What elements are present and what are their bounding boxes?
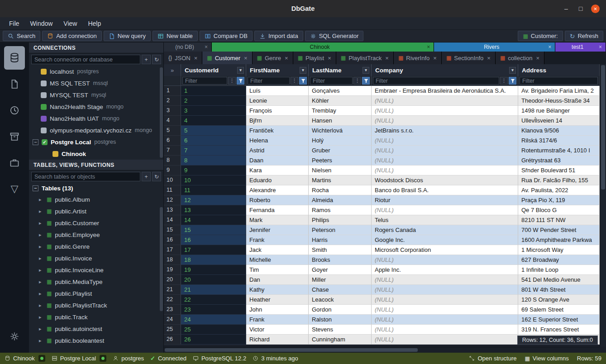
cell-firstname[interactable]: Frank [246,235,309,245]
cell-customerid[interactable]: 14 [181,215,246,225]
cell-address[interactable]: 627 Broadway [518,255,600,265]
cell-firstname[interactable]: Bjřrn [246,116,309,126]
row-number[interactable]: 18 [164,255,181,265]
table-row[interactable]: 23 23 John Gordon (NULL) 69 Salem Street [164,305,600,315]
column-header-lastname[interactable]: LastName ▾ [309,64,372,76]
cell-company[interactable]: (NULL) [372,165,518,175]
cell-company[interactable]: Apple Inc. [372,265,518,275]
view-columns-button[interactable]: ▦ View columns [525,355,568,362]
cell-firstname[interactable]: Alexandre [246,185,309,195]
filter-menu-button[interactable]: ⋮ [500,77,508,85]
cell-address[interactable]: Grétrystraat 63 [518,156,600,165]
row-number[interactable]: 24 [164,315,181,325]
cell-company[interactable]: (NULL) [372,315,518,325]
cell-lastname[interactable]: Köhler [309,96,372,106]
table-row[interactable]: 2 2 Leonie Köhler (NULL) Theodor-Heuss-S… [164,96,600,106]
connection-item[interactable]: − ✓ localhost postgres [29,66,163,77]
close-icon[interactable]: × [328,55,331,61]
cell-firstname[interactable]: Astrid [246,146,309,156]
chevron-right-icon[interactable]: ▸ [39,232,43,238]
cell-address[interactable]: 1600 Amphitheatre Parkwa [518,235,600,245]
cell-firstname[interactable]: Helena [246,136,309,146]
rail-archive-button[interactable] [4,125,25,148]
cell-company[interactable]: (NULL) [372,146,518,156]
cell-customerid[interactable]: 19 [181,265,246,275]
filter-input-firstname[interactable] [248,77,290,85]
close-icon[interactable]: × [385,55,389,61]
file-tab[interactable]: ▦ Playlist × [293,52,336,64]
chevron-right-icon[interactable]: ▸ [39,338,43,344]
cell-customerid[interactable]: 17 [181,245,246,255]
cell-firstname[interactable]: Victor [246,325,309,335]
table-item[interactable]: ▸ ▦ public.Playlist [29,288,163,299]
add-connection-mini-button[interactable]: + [142,55,151,64]
refresh-connections-button[interactable]: ↻ [152,55,161,64]
cell-customerid[interactable]: 7 [181,146,246,156]
cell-address[interactable]: Rotenturmstraße 4, 1010 I [518,146,600,156]
cell-address[interactable]: Klanova 9/506 [518,126,600,136]
cell-firstname[interactable]: Kathy [246,285,309,295]
cell-customerid[interactable]: 22 [181,295,246,305]
cell-customerid[interactable]: 2 [181,96,246,106]
cell-address[interactable]: Rua Dr. Falcão Filho, 155 [518,175,600,185]
table-item[interactable]: ▸ ▦ public.Invoice [29,252,163,264]
row-number[interactable]: 16 [164,235,181,245]
cell-company[interactable]: Rogers Canada [372,225,518,235]
new-table-button[interactable]: New table [153,31,198,41]
cell-firstname[interactable]: Eduardo [246,175,309,185]
row-number[interactable]: 3 [164,106,181,116]
chevron-right-icon[interactable]: ▸ [39,208,43,214]
close-icon[interactable]: × [194,55,198,61]
cell-lastname[interactable]: Peterson [309,225,372,235]
cell-address[interactable]: Av. Paulista, 2022 [518,185,600,195]
cell-lastname[interactable]: Rocha [309,185,372,195]
cell-customerid[interactable]: 23 [181,305,246,315]
filter-funnel-button[interactable] [299,77,307,85]
horizontal-scrollbar[interactable] [164,347,600,353]
table-row[interactable]: 1 1 Luís Gonçalves Embraer - Empresa Bra… [164,86,600,96]
cell-company[interactable]: (NULL) [372,205,518,215]
table-row[interactable]: 6 6 Helena Holý (NULL) Rilská 3174/6 [164,136,600,146]
cell-customerid[interactable]: 15 [181,225,246,235]
file-tab[interactable]: ▦ collection × [496,52,544,64]
cell-lastname[interactable]: Wichterlová [309,126,372,136]
cell-company[interactable]: Embraer - Empresa Brasileira de Aeronáut… [372,86,518,96]
filter-menu-button[interactable]: ⋮ [228,77,236,85]
cell-address[interactable]: 8210 111 ST NW [518,215,600,225]
filter-input-address[interactable] [520,77,598,85]
statusbar-last-refresh[interactable]: 3 minutes ago [253,355,298,362]
scrollbar-thumb[interactable] [165,348,418,352]
cell-customerid[interactable]: 4 [181,116,246,126]
row-number[interactable]: 10 [164,175,181,185]
cell-customerid[interactable]: 24 [181,315,246,325]
rail-settings-button[interactable] [4,325,25,348]
column-header-firstname[interactable]: FirstName ▾ [246,64,309,76]
collapse-icon[interactable]: − [33,139,38,145]
filter-input-customerid[interactable] [182,77,227,85]
cell-address[interactable]: Sřnder Boulevard 51 [518,165,600,175]
filter-input-lastname[interactable] [310,77,353,85]
table-row[interactable]: 15 15 Jennifer Peterson Rogers Canada 70… [164,225,600,235]
filter-input-company[interactable] [373,77,499,85]
cell-lastname[interactable]: Holý [309,136,372,146]
row-number[interactable]: 2 [164,96,181,106]
column-header-customerid[interactable]: CustomerId ▾ [181,64,246,76]
row-number[interactable]: 6 [164,136,181,146]
cell-address[interactable]: Ullevĺlsveien 14 [518,116,600,126]
table-row[interactable]: 7 7 Astrid Gruber (NULL) Rotenturmstraße… [164,146,600,156]
table-item[interactable]: ▸ ▦ public.Album [29,194,163,205]
table-item[interactable]: ▸ ▦ public.PlaylistTrack [29,299,163,311]
cell-firstname[interactable]: Leonie [246,96,309,106]
cell-lastname[interactable]: Gonçalves [309,86,372,96]
table-item[interactable]: ▸ ▦ public.booleantest [29,335,163,346]
chevron-right-icon[interactable]: ▸ [39,279,43,285]
rail-briefcase-button[interactable] [4,151,25,175]
tables-search-input[interactable] [31,172,140,181]
cell-lastname[interactable]: Martins [309,175,372,185]
cell-lastname[interactable]: Ramos [309,205,372,215]
cell-lastname[interactable]: Almeida [309,195,372,205]
rail-databases-button[interactable] [4,46,25,70]
cell-company[interactable]: (NULL) [372,96,518,106]
chevron-right-icon[interactable]: ▸ [39,326,43,332]
collapse-icon[interactable]: − [33,185,38,191]
